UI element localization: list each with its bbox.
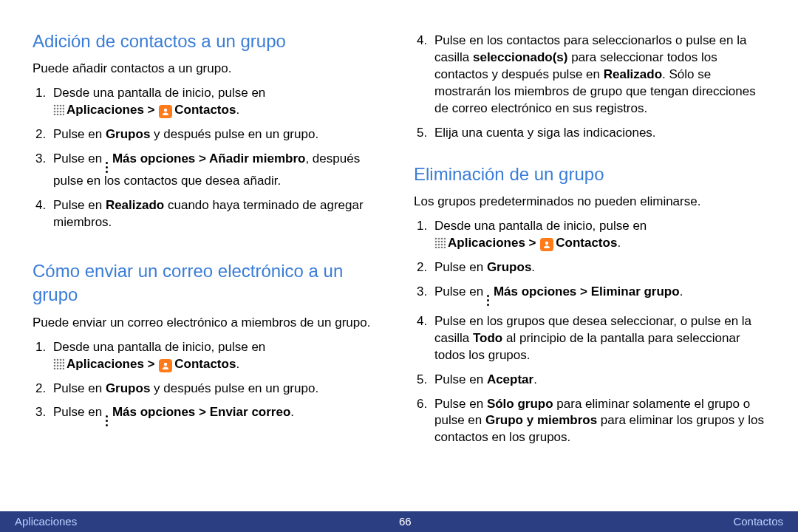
step-text: Pulse en: [53, 198, 106, 212]
svg-point-6: [60, 108, 62, 110]
svg-point-5: [57, 108, 59, 110]
footer-right: Contactos: [733, 514, 783, 529]
step-text: Pulse en: [53, 405, 106, 419]
apps-label: Aplicaciones >: [66, 103, 158, 117]
svg-point-15: [63, 114, 64, 115]
step-item: Elija una cuenta y siga las indicaciones…: [414, 125, 765, 142]
svg-point-23: [60, 361, 62, 364]
step-text: Pulse en: [53, 127, 106, 141]
more-options-icon: [106, 415, 110, 426]
apps-label: Aplicaciones >: [448, 236, 539, 250]
footer-left: Aplicaciones: [15, 514, 77, 529]
step-item: Pulse en Realizado cuando haya terminado…: [33, 197, 384, 231]
step-text: Desde una pantalla de inicio, pulse en: [434, 219, 647, 233]
svg-point-33: [164, 362, 167, 365]
svg-point-38: [435, 241, 437, 243]
svg-point-41: [444, 241, 446, 243]
svg-point-45: [444, 244, 446, 246]
step-item: Pulse en Más opciones > Añadir miembro, …: [33, 151, 384, 190]
manual-page: Adición de contactos a un grupo Puede añ…: [0, 0, 798, 491]
svg-point-42: [435, 244, 437, 246]
svg-point-39: [438, 241, 440, 243]
heading-email-group: Cómo enviar un correo electrónico a un g…: [33, 259, 384, 307]
step-item: Pulse en Aceptar.: [414, 372, 765, 389]
svg-point-29: [54, 367, 56, 369]
svg-point-47: [438, 247, 440, 248]
page-footer: Aplicaciones 66 Contactos: [0, 511, 798, 532]
svg-point-8: [54, 111, 56, 113]
svg-point-11: [63, 111, 64, 113]
svg-point-43: [438, 244, 440, 246]
steps-delete: Desde una pantalla de inicio, pulse en A…: [414, 218, 765, 446]
heading-add-contacts: Adición de contactos a un grupo: [33, 30, 384, 53]
step-text: y después pulse en un grupo.: [150, 127, 318, 141]
heading-delete-group: Eliminación de un grupo: [414, 163, 765, 186]
intro-delete: Los grupos predeterminados no pueden eli…: [414, 194, 765, 211]
svg-point-18: [57, 358, 59, 361]
contacts-icon: [159, 359, 172, 372]
step-text: Pulse en: [434, 260, 487, 274]
bold-text: Sólo grupo: [487, 397, 553, 411]
svg-point-49: [444, 247, 446, 248]
step-text: .: [680, 284, 683, 299]
contacts-label: Contactos: [556, 236, 617, 250]
svg-point-48: [441, 247, 443, 248]
right-column: Pulse en los contactos para seleccionarl…: [414, 25, 765, 446]
steps-email: Desde una pantalla de inicio, pulse en A…: [33, 339, 384, 427]
apps-grid-icon: [53, 103, 64, 115]
step-text: Desde una pantalla de inicio, pulse en: [53, 340, 265, 354]
bold-text: Grupos: [106, 127, 150, 141]
period: .: [236, 357, 239, 371]
step-item: Pulse en Sólo grupo para eliminar solame…: [414, 396, 765, 447]
svg-point-27: [60, 364, 62, 366]
step-item: Pulse en los contactos para seleccionarl…: [414, 33, 765, 117]
contacts-icon: [159, 105, 172, 118]
steps-email-cont: Pulse en los contactos para seleccionarl…: [414, 33, 765, 142]
svg-point-30: [57, 367, 59, 369]
svg-point-32: [63, 367, 64, 369]
step-text: Pulse en: [53, 151, 106, 166]
step-text: .: [290, 405, 294, 419]
step-item: Pulse en Grupos.: [414, 259, 765, 276]
svg-point-26: [57, 364, 59, 366]
svg-point-37: [444, 238, 446, 240]
svg-point-19: [60, 358, 62, 361]
bold-text: Grupos: [106, 381, 150, 395]
svg-point-21: [54, 361, 56, 364]
svg-point-10: [60, 111, 62, 113]
bold-text: seleccionado(s): [473, 50, 568, 64]
svg-point-14: [60, 114, 62, 115]
svg-point-44: [441, 244, 443, 246]
step-text: Pulse en: [434, 397, 487, 411]
intro-email: Puede enviar un correo electrónico a mie…: [33, 315, 384, 332]
step-item: Desde una pantalla de inicio, pulse en A…: [33, 85, 384, 119]
bold-text: Aceptar: [487, 372, 533, 386]
step-item: Desde una pantalla de inicio, pulse en A…: [414, 218, 765, 252]
intro-add: Puede añadir contactos a un grupo.: [33, 61, 384, 78]
period: .: [236, 103, 239, 117]
svg-point-1: [57, 105, 59, 107]
svg-point-3: [63, 105, 64, 107]
svg-point-46: [435, 247, 437, 248]
svg-point-35: [438, 238, 440, 240]
step-text: .: [531, 260, 535, 274]
svg-point-24: [63, 361, 64, 364]
svg-point-25: [54, 364, 56, 366]
svg-point-0: [54, 105, 56, 107]
step-text: Pulse en: [434, 372, 487, 386]
footer-page-number: 66: [399, 514, 412, 529]
step-item: Pulse en los grupos que desea selecciona…: [414, 313, 765, 364]
step-text: Pulse en: [434, 284, 487, 299]
svg-point-40: [441, 241, 443, 243]
bold-text: Realizado: [106, 198, 164, 212]
contacts-label: Contactos: [174, 357, 236, 371]
left-column: Adición de contactos a un grupo Puede añ…: [33, 25, 384, 446]
bold-text: Grupos: [487, 260, 531, 274]
svg-point-17: [54, 358, 56, 361]
apps-grid-icon: [53, 358, 64, 369]
apps-grid-icon: [434, 236, 446, 248]
bold-text: Más opciones > Enviar correo: [112, 405, 290, 419]
more-options-icon: [106, 162, 110, 173]
bold-text: Todo: [473, 331, 502, 345]
bold-text: Realizado: [604, 67, 662, 81]
